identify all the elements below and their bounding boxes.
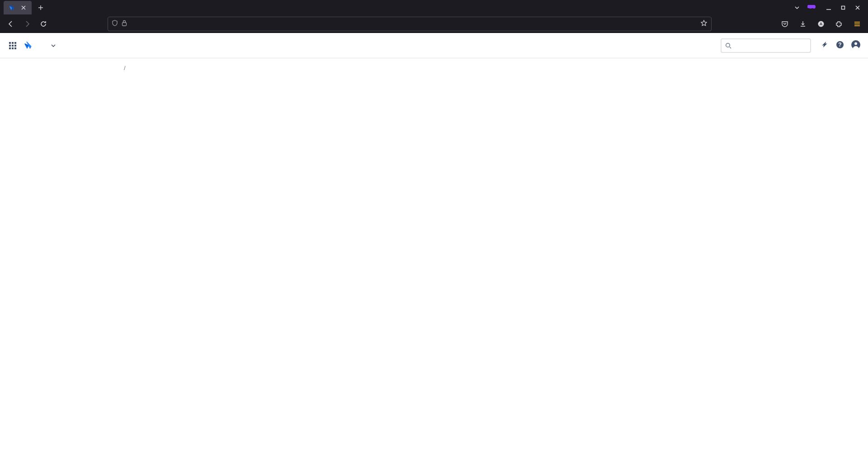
back-button[interactable] bbox=[5, 18, 17, 30]
svg-rect-11 bbox=[12, 47, 14, 49]
window-restore-icon[interactable] bbox=[839, 4, 847, 12]
account-icon[interactable]: A bbox=[815, 18, 827, 30]
bookmark-star-icon[interactable] bbox=[700, 19, 708, 28]
hamburger-menu-icon[interactable] bbox=[851, 18, 863, 30]
app-switcher-icon[interactable] bbox=[7, 40, 18, 51]
search-icon bbox=[725, 42, 731, 49]
breadcrumb-separator: / bbox=[124, 65, 126, 71]
main-content: / bbox=[108, 58, 723, 474]
reload-button[interactable] bbox=[37, 18, 50, 30]
app-topbar: ? bbox=[0, 33, 868, 58]
svg-text:A: A bbox=[820, 22, 823, 26]
svg-point-17 bbox=[854, 42, 857, 45]
svg-rect-7 bbox=[9, 45, 11, 47]
new-tab-button[interactable] bbox=[34, 1, 47, 14]
lock-icon[interactable] bbox=[122, 20, 127, 28]
window-close-icon[interactable] bbox=[854, 4, 862, 12]
svg-rect-5 bbox=[12, 42, 14, 44]
chevron-down-icon bbox=[51, 43, 56, 48]
tab-favicon-atlassian bbox=[7, 4, 14, 11]
browser-tabstrip bbox=[0, 0, 868, 15]
svg-rect-0 bbox=[842, 6, 845, 9]
svg-rect-10 bbox=[9, 47, 11, 49]
extensions-icon[interactable] bbox=[833, 18, 845, 30]
search-input[interactable] bbox=[721, 38, 811, 53]
svg-rect-6 bbox=[14, 42, 16, 44]
svg-rect-1 bbox=[123, 23, 127, 26]
browser-tab-active[interactable] bbox=[4, 1, 32, 14]
window-minimize-icon[interactable] bbox=[825, 4, 833, 12]
svg-rect-8 bbox=[12, 45, 14, 47]
svg-rect-9 bbox=[14, 45, 16, 47]
private-browsing-badge bbox=[807, 5, 818, 10]
tabs-dropdown-icon[interactable] bbox=[793, 4, 801, 12]
brand[interactable] bbox=[22, 41, 37, 51]
forward-button[interactable] bbox=[21, 18, 33, 30]
app-root: ? / bbox=[0, 33, 868, 474]
browser-toolbar: A bbox=[0, 15, 868, 33]
close-icon[interactable] bbox=[20, 4, 27, 11]
breadcrumb: / bbox=[120, 65, 712, 71]
notifications-icon[interactable] bbox=[820, 40, 829, 51]
svg-rect-4 bbox=[9, 42, 11, 44]
downloads-icon[interactable] bbox=[797, 18, 809, 30]
svg-rect-12 bbox=[14, 47, 16, 49]
profile-avatar-icon[interactable] bbox=[851, 40, 861, 52]
shield-icon[interactable] bbox=[112, 20, 118, 28]
pocket-icon[interactable] bbox=[778, 18, 791, 30]
svg-point-13 bbox=[726, 43, 730, 47]
svg-text:?: ? bbox=[838, 42, 841, 48]
url-bar[interactable] bbox=[108, 17, 712, 31]
sidebar bbox=[0, 58, 108, 474]
org-switcher[interactable] bbox=[49, 43, 56, 48]
help-icon[interactable]: ? bbox=[835, 40, 844, 51]
